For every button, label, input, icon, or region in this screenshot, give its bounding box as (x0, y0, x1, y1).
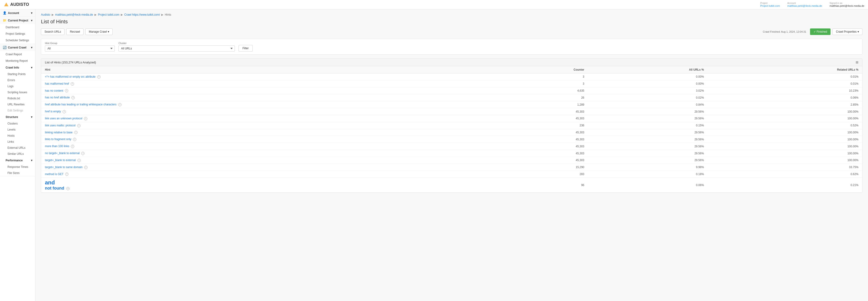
sidebar-performance-header[interactable]: Performance ▾ (0, 157, 35, 164)
sidebar-item-scripting-issues[interactable]: Scripting Issues (0, 89, 35, 95)
page-title: List of Hints (41, 19, 862, 25)
search-urls-button[interactable]: Search URLs (41, 28, 64, 35)
sidebar-item-similar-urls[interactable]: Similar URLs (0, 151, 35, 157)
hint-info-icon[interactable]: ? (118, 103, 122, 106)
dropdown-arrow-icon: ▾ (108, 30, 109, 33)
table-row: target=_blank to external ? 45,303 29.56… (41, 157, 862, 164)
sidebar-account-header[interactable]: 👤 Account ▾ (0, 9, 35, 17)
all-pct-cell: 29.56% (588, 129, 708, 136)
hints-table: Hint Counter All URLs % Related URLs % <… (41, 66, 862, 193)
table-header-title: List of Hints (153,274 URLs Analyzed) (45, 61, 96, 64)
sidebar-item-crawl-report[interactable]: Crawl Report (0, 51, 35, 58)
counter-cell: 45,303 (491, 143, 588, 150)
signed-in-label: Signed in as (830, 2, 842, 4)
sidebar-current-project-header[interactable]: 📁 Current Project ▾ (0, 17, 35, 24)
export-icon[interactable]: ⊞ (856, 60, 859, 64)
hint-cell: href is empty ? (41, 108, 491, 115)
sidebar-item-external-urls[interactable]: External URLs (0, 145, 35, 151)
sidebar-item-starting-points[interactable]: Starting Points (0, 71, 35, 77)
related-pct-cell: 100.00% (708, 150, 862, 157)
hint-group-label: Hint Group (45, 42, 115, 45)
hint-info-icon[interactable]: ? (81, 152, 85, 155)
hint-info-icon[interactable]: ? (84, 117, 87, 120)
hint-info-icon[interactable]: ? (65, 172, 68, 176)
sidebar-item-file-sizes[interactable]: File Sizes (0, 170, 35, 176)
hint-cell: method is GET ? (41, 171, 491, 177)
chevron-down-icon-6: ▾ (31, 159, 32, 162)
sidebar-item-links[interactable]: Links (0, 139, 35, 145)
sidebar-item-response-times[interactable]: Response Times (0, 164, 35, 170)
project-value[interactable]: Project tutkit.com (760, 4, 780, 7)
sidebar-structure-header[interactable]: Structure ▾ (0, 113, 35, 120)
counter-cell: 45,303 (491, 150, 588, 157)
col-counter: Counter (491, 66, 588, 74)
related-pct-cell: 10.23% (708, 87, 862, 94)
sidebar-item-project-settings[interactable]: Project Settings (0, 31, 35, 37)
hint-info-icon[interactable]: ? (63, 110, 66, 113)
all-pct-cell: 0.06% (588, 177, 708, 193)
sidebar-performance-label: Performance (6, 159, 23, 162)
hint-info-icon[interactable]: ? (97, 75, 100, 79)
hint-info-icon[interactable]: ? (78, 159, 81, 162)
hint-info-icon[interactable]: ? (71, 96, 75, 99)
sidebar-item-levels[interactable]: Levels (0, 127, 35, 133)
sidebar-current-crawl-header[interactable]: 🔄 Current Crawl ▾ (0, 44, 35, 51)
crawl-properties-label: Crawl Properties (836, 30, 857, 33)
hint-info-icon[interactable]: ? (71, 82, 74, 86)
counter-cell: 45,303 (491, 108, 588, 115)
hint-link[interactable]: not found (45, 186, 64, 190)
crawl-properties-button[interactable]: Crawl Properties ▾ (832, 28, 862, 35)
col-all-pct: All URLs % (588, 66, 708, 74)
finished-button[interactable]: ✓ Finished (810, 28, 831, 35)
sidebar-item-errors[interactable]: Errors (0, 77, 35, 83)
breadcrumb-crawl[interactable]: Crawl https://www.tutkit.com/ (124, 13, 160, 16)
hint-info-icon[interactable]: ? (73, 138, 76, 141)
related-pct-cell: 0.62% (708, 171, 862, 177)
sidebar-item-url-rewrites[interactable]: URL Rewrites (0, 102, 35, 108)
header: AUDISTO Project Project tutkit.com Accou… (0, 0, 868, 9)
counter-cell: 3 (491, 74, 588, 80)
sidebar-current-project-section: 📁 Current Project ▾ Dashboard Project Se… (0, 17, 35, 44)
sidebar-crawl-info-header[interactable]: Crawl Info ▾ (0, 64, 35, 71)
table-row: href attribute has leading or trailing w… (41, 101, 862, 108)
col-hint: Hint (41, 66, 491, 74)
recrawl-button[interactable]: Recrawl (66, 28, 83, 35)
sidebar-item-clusters[interactable]: Clusters (0, 120, 35, 127)
counter-cell: 236 (491, 122, 588, 129)
logo[interactable]: AUDISTO (4, 2, 29, 7)
related-pct-cell: 0.01% (708, 74, 862, 80)
breadcrumb-sep-4: ▶ (161, 13, 163, 16)
breadcrumb-audisto[interactable]: Audisto (41, 13, 50, 16)
hint-group-select[interactable]: All (45, 46, 115, 52)
hint-link[interactable]: <*> has malformed or empty src attribute (45, 75, 95, 78)
svg-marker-0 (4, 3, 8, 6)
hint-info-icon[interactable]: ? (84, 166, 88, 169)
hint-link[interactable]: and (45, 179, 487, 186)
hint-info-icon[interactable]: ? (77, 124, 81, 127)
hint-info-icon[interactable]: ? (74, 131, 78, 134)
account-value[interactable]: matthias.petri@4eck-media.de (787, 4, 822, 7)
cluster-label: Cluster (119, 42, 235, 45)
breadcrumb-project[interactable]: Project tutkit.com (98, 13, 119, 16)
cluster-select[interactable]: All URLs (119, 46, 235, 52)
sidebar-item-robots-txt[interactable]: Robots.txt (0, 95, 35, 102)
hints-table-container: List of Hints (153,274 URLs Analyzed) ⊞ … (41, 58, 862, 193)
breadcrumb-sep-3: ▶ (121, 13, 123, 16)
table-row: has malformed href ? 3 0.00% 0.01% (41, 80, 862, 87)
sidebar-item-monitoring-report[interactable]: Monitoring Report (0, 58, 35, 64)
related-pct-cell: 100.00% (708, 129, 862, 136)
sidebar-item-scheduler-settings[interactable]: Scheduler Settings (0, 37, 35, 44)
filter-button[interactable]: Filter (239, 45, 253, 52)
hint-cell: links to fragment only ? (41, 136, 491, 143)
sidebar-item-hosts[interactable]: Hosts (0, 133, 35, 139)
hint-info-icon[interactable]: ? (65, 89, 68, 92)
hint-info-icon[interactable]: ? (66, 187, 69, 190)
hint-link[interactable]: method is GET (45, 172, 64, 176)
sidebar-item-logs[interactable]: Logs (0, 83, 35, 89)
manage-crawl-button[interactable]: Manage Crawl ▾ (85, 28, 113, 35)
filters-panel: Hint Group All Cluster All URLs Filter (41, 39, 862, 55)
hint-info-icon[interactable]: ? (71, 145, 74, 148)
breadcrumb-account[interactable]: matthias.petri@4eck-media.de (55, 13, 93, 16)
sidebar-item-dashboard[interactable]: Dashboard (0, 24, 35, 31)
header-project: Project Project tutkit.com (760, 2, 780, 7)
